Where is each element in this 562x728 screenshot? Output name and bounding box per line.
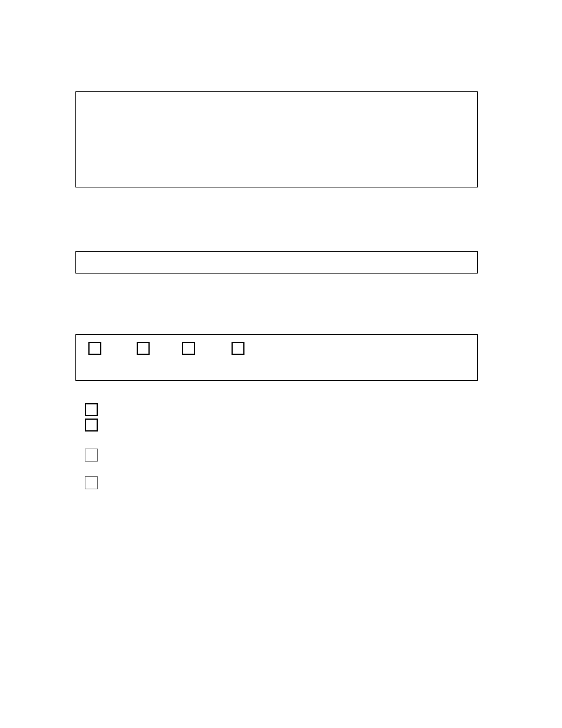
checkbox-col-4[interactable] bbox=[85, 476, 98, 489]
checkbox-row-4[interactable] bbox=[232, 342, 244, 355]
checkbox-row-3[interactable] bbox=[182, 342, 195, 355]
checkbox-col-2[interactable] bbox=[85, 419, 98, 431]
form-box-1 bbox=[75, 91, 478, 187]
form-box-3 bbox=[75, 334, 478, 381]
form-box-2 bbox=[75, 251, 478, 274]
checkbox-col-1[interactable] bbox=[85, 403, 98, 416]
checkbox-col-3[interactable] bbox=[85, 449, 98, 462]
checkbox-row-2[interactable] bbox=[137, 342, 150, 355]
checkbox-row-1[interactable] bbox=[88, 342, 101, 355]
